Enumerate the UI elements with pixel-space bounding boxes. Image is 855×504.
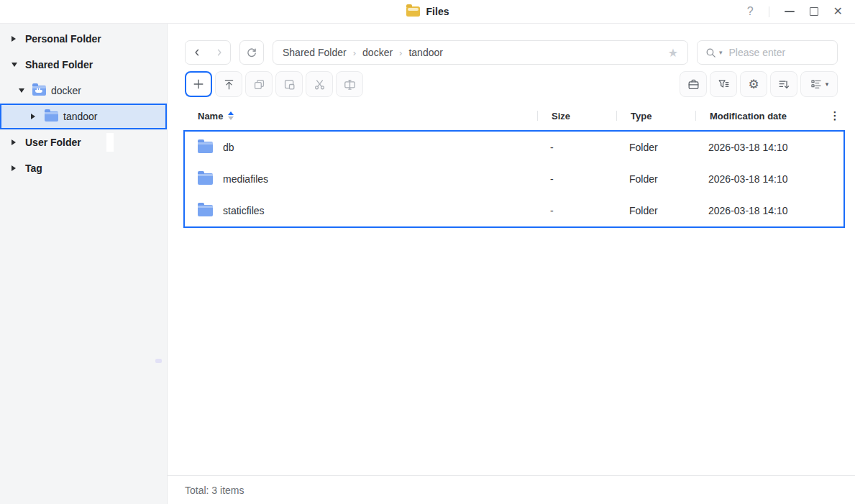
expand-caret-icon[interactable]: [12, 36, 25, 42]
favorite-star-icon[interactable]: ★: [668, 46, 678, 60]
sidebar-item-label: Personal Folder: [25, 33, 101, 45]
rename-button[interactable]: [336, 71, 363, 97]
minimize-icon[interactable]: [785, 11, 795, 12]
sort-direction-icon[interactable]: [228, 111, 234, 120]
file-modified-cell: 2026-03-18 14:10: [694, 173, 843, 185]
breadcrumb-item-docker[interactable]: docker: [362, 47, 393, 58]
paste-button[interactable]: [275, 71, 303, 97]
back-button[interactable]: [186, 41, 208, 64]
sidebar-resize-handle[interactable]: [155, 359, 162, 363]
files-app-icon: [406, 6, 420, 17]
file-modified-cell: 2026-03-18 14:10: [694, 205, 843, 216]
column-header-label: Type: [631, 111, 651, 122]
table-row[interactable]: db - Folder 2026-03-18 14:10: [185, 132, 843, 163]
file-size-cell: -: [536, 142, 615, 153]
titlebar: Files ? ✕: [0, 0, 855, 24]
view-mode-button[interactable]: ▾: [800, 71, 838, 97]
add-button[interactable]: [185, 71, 212, 97]
column-header-name[interactable]: Name: [183, 111, 537, 122]
maximize-icon[interactable]: [810, 7, 818, 16]
collapse-caret-icon[interactable]: [12, 63, 25, 67]
sidebar-item-label: User Folder: [25, 137, 81, 148]
total-items-label: Total: 3 items: [185, 485, 244, 496]
sidebar-item-shared-folder[interactable]: Shared Folder: [0, 52, 167, 78]
breadcrumb-separator: ›: [399, 47, 402, 58]
gear-icon: ⚙: [748, 78, 759, 91]
search-scope-caret-icon[interactable]: ▾: [719, 49, 723, 56]
titlebar-title-group: Files: [0, 0, 855, 22]
copy-button[interactable]: [245, 71, 273, 97]
close-icon[interactable]: ✕: [833, 6, 843, 17]
refresh-button[interactable]: [239, 40, 264, 65]
task-manager-button[interactable]: [680, 71, 707, 97]
table-header: Name Size Type Modification date ⋮: [183, 105, 845, 127]
briefcase-icon: [687, 78, 700, 91]
list-view-icon: [810, 78, 823, 91]
folder-icon: [45, 111, 58, 122]
plus-icon: [191, 77, 206, 91]
app-title: Files: [426, 6, 449, 17]
upload-button[interactable]: [215, 71, 242, 97]
breadcrumb-separator: ›: [353, 47, 356, 58]
search-input[interactable]: [729, 47, 830, 58]
sidebar-item-user-folder[interactable]: User Folder: [0, 129, 167, 155]
settings-button[interactable]: ⚙: [740, 71, 767, 97]
file-type-cell: Folder: [615, 142, 694, 153]
breadcrumb: Shared Folder › docker › tandoor ★: [273, 40, 688, 65]
cut-button[interactable]: [306, 71, 333, 97]
upload-icon: [222, 78, 236, 91]
sidebar-item-docker[interactable]: docker: [0, 78, 167, 104]
sidebar-item-label: Shared Folder: [25, 59, 93, 70]
sidebar-item-personal-folder[interactable]: Personal Folder: [0, 26, 167, 52]
column-header-label: Modification date: [710, 111, 787, 122]
breadcrumb-item-root[interactable]: Shared Folder: [283, 47, 347, 58]
sidebar-item-label: Tag: [25, 162, 42, 174]
sidebar-item-label: docker: [51, 85, 81, 96]
main-panel: Shared Folder › docker › tandoor ★ ▾: [168, 24, 855, 504]
copy-icon: [252, 78, 266, 91]
expand-caret-icon[interactable]: [12, 139, 25, 145]
cut-scissors-icon: [313, 78, 326, 91]
help-icon[interactable]: ?: [747, 5, 754, 18]
folder-icon: [198, 205, 213, 216]
file-name-cell: mediafiles: [185, 173, 536, 185]
file-size-cell: -: [536, 173, 615, 185]
docker-folder-icon: [32, 86, 46, 96]
sidebar-item-tag[interactable]: Tag: [0, 155, 167, 181]
navigation-bar: Shared Folder › docker › tandoor ★ ▾: [185, 40, 838, 65]
file-name: staticfiles: [223, 205, 265, 216]
search-box: ▾: [697, 40, 838, 65]
rename-icon: [343, 78, 357, 91]
file-list-selection: db - Folder 2026-03-18 14:10 mediafiles …: [183, 130, 845, 228]
folder-icon: [198, 142, 213, 153]
filter-icon: [717, 78, 731, 91]
file-type-cell: Folder: [615, 205, 694, 216]
table-row[interactable]: staticfiles - Folder 2026-03-18 14:10: [185, 195, 843, 226]
toolbar: ⚙ ▾: [185, 71, 838, 97]
file-type-cell: Folder: [615, 173, 694, 185]
file-modified-cell: 2026-03-18 14:10: [694, 142, 843, 153]
column-options-kebab-icon[interactable]: ⋮: [825, 109, 845, 122]
forward-chevron-icon: [213, 46, 226, 59]
expand-caret-icon[interactable]: [12, 165, 25, 171]
table-row[interactable]: mediafiles - Folder 2026-03-18 14:10: [185, 163, 843, 195]
status-bar: Total: 3 items: [168, 475, 855, 504]
window-controls-divider: [769, 6, 769, 17]
history-nav-group: [185, 40, 231, 65]
folder-icon: [198, 173, 213, 185]
toolbar-left-group: [185, 71, 363, 97]
sidebar: Personal Folder Shared Folder docker tan…: [0, 24, 168, 504]
column-header-modification-date[interactable]: Modification date: [695, 111, 825, 122]
sidebar-item-label: tandoor: [63, 111, 97, 122]
sort-button[interactable]: [770, 71, 797, 97]
collapse-caret-icon[interactable]: [19, 88, 32, 93]
sidebar-highlight-artifact: [106, 133, 114, 152]
forward-button[interactable]: [208, 41, 230, 64]
expand-caret-icon[interactable]: [31, 114, 45, 119]
filter-button[interactable]: [710, 71, 737, 97]
column-header-type[interactable]: Type: [616, 111, 695, 122]
paste-icon: [283, 78, 296, 91]
sidebar-item-tandoor[interactable]: tandoor: [0, 104, 167, 129]
breadcrumb-item-tandoor[interactable]: tandoor: [408, 47, 442, 58]
column-header-size[interactable]: Size: [537, 111, 616, 122]
